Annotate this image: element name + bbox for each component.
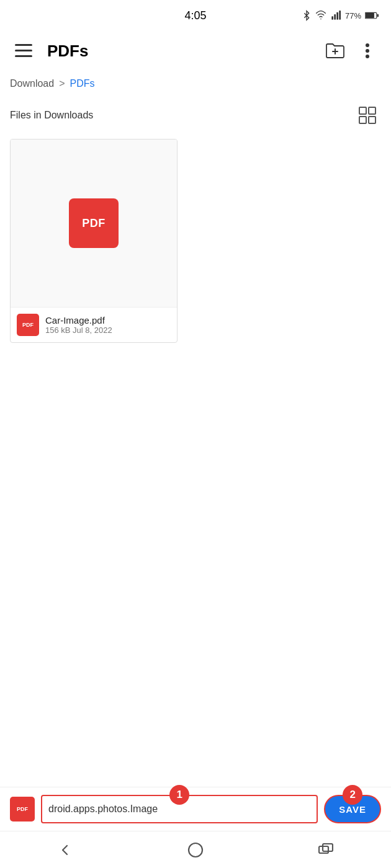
section-header: Files in Downloads (0, 97, 391, 134)
wifi-icon (315, 11, 326, 20)
svg-rect-9 (15, 55, 32, 57)
file-name: Car-Image.pdf (45, 315, 112, 326)
svg-rect-1 (334, 14, 336, 20)
svg-rect-7 (15, 44, 32, 46)
pdf-icon-small: PDF (17, 314, 39, 336)
breadcrumb-current: PDFs (70, 78, 95, 89)
signal-icon (330, 11, 341, 20)
filename-input-wrapper: 1 (41, 795, 318, 823)
view-toggle-button[interactable] (354, 102, 381, 129)
back-icon (58, 843, 73, 857)
new-folder-button[interactable] (321, 37, 349, 64)
file-meta: Car-Image.pdf 156 kB Jul 8, 2022 (45, 315, 112, 335)
battery-icon (365, 11, 379, 20)
svg-rect-20 (319, 846, 328, 853)
svg-rect-17 (359, 117, 366, 123)
pdf-icon-large: PDF (69, 198, 119, 248)
file-card[interactable]: PDF PDF Car-Image.pdf 156 kB Jul 8, 2022 (10, 139, 178, 343)
grid-view-icon (359, 107, 376, 124)
app-bar: PDFs (0, 31, 391, 71)
hamburger-icon (15, 44, 32, 58)
svg-rect-15 (359, 107, 366, 114)
menu-button[interactable] (10, 37, 37, 64)
badge-one: 1 (169, 785, 189, 805)
svg-rect-6 (377, 14, 379, 17)
recents-icon (318, 843, 333, 857)
new-folder-icon (326, 43, 344, 59)
file-card-info: PDF Car-Image.pdf 156 kB Jul 8, 2022 (11, 307, 177, 342)
breadcrumb: Download > PDFs (0, 71, 391, 97)
recents-button[interactable] (307, 838, 344, 862)
more-vert-icon (365, 43, 370, 59)
svg-point-19 (189, 843, 202, 857)
file-details: 156 kB Jul 8, 2022 (45, 326, 112, 335)
section-title: Files in Downloads (10, 110, 93, 121)
bluetooth-icon (302, 9, 312, 22)
svg-rect-2 (336, 12, 338, 20)
svg-point-12 (366, 43, 369, 47)
status-time: 4:05 (184, 9, 206, 22)
svg-rect-5 (366, 13, 374, 18)
nav-bar (0, 831, 391, 868)
status-bar: 4:05 77% (0, 0, 391, 31)
more-options-button[interactable] (354, 37, 381, 64)
back-button[interactable] (47, 838, 84, 862)
svg-rect-8 (15, 50, 32, 51)
file-preview: PDF (11, 140, 177, 307)
svg-rect-3 (339, 11, 341, 20)
badge-two: 2 (343, 785, 362, 805)
file-grid: PDF PDF Car-Image.pdf 156 kB Jul 8, 2022 (0, 134, 391, 348)
svg-rect-0 (331, 16, 333, 19)
home-button[interactable] (177, 838, 214, 862)
bottom-pdf-icon: PDF (10, 797, 35, 822)
app-title: PDFs (47, 42, 312, 61)
svg-point-14 (366, 55, 369, 58)
status-icons: 77% (302, 9, 379, 22)
battery-level: 77% (345, 11, 361, 20)
svg-point-13 (366, 49, 369, 53)
save-btn-wrapper: 2 SAVE (324, 795, 381, 823)
bottom-bar: PDF 1 2 SAVE (0, 787, 391, 831)
home-icon (187, 842, 204, 858)
breadcrumb-separator: > (59, 78, 65, 89)
breadcrumb-parent[interactable]: Download (10, 78, 54, 89)
svg-rect-16 (369, 107, 375, 114)
svg-rect-18 (369, 117, 375, 123)
app-bar-actions (321, 37, 381, 64)
